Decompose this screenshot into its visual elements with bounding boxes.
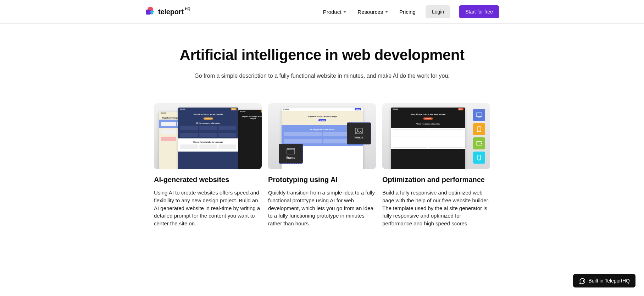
- feature-optimization: MYLOGOStart Magnificent things are very …: [382, 103, 490, 228]
- brand-logo[interactable]: teleport HQ: [145, 6, 191, 17]
- tablet-landscape-icon: [473, 137, 485, 149]
- svg-point-6: [288, 149, 288, 149]
- feature-thumbnail: MYLOGOSign up Magnificent things are ver…: [268, 103, 376, 169]
- chevron-down-icon: [343, 11, 346, 13]
- brand-mark-icon: [145, 6, 156, 17]
- svg-point-7: [289, 149, 289, 149]
- feature-title: Prototyping using AI: [268, 176, 376, 184]
- feature-title: Optimization and performance: [382, 176, 490, 184]
- feature-thumbnail: MYLOGO••• Magnificent things are very si…: [154, 103, 262, 169]
- feature-title: AI-generated websites: [154, 176, 262, 184]
- brand-name: teleport: [158, 8, 184, 16]
- svg-rect-8: [476, 113, 482, 116]
- hero-section: Artificial intelligence in web developme…: [0, 24, 644, 97]
- primary-nav: Product Resources Pricing Login Start fo…: [322, 5, 499, 18]
- feature-body: Quickly transition from a simple idea to…: [268, 189, 376, 228]
- mock-template-right: MYLOGOStart Magnificent things are very …: [238, 110, 262, 169]
- svg-point-15: [479, 159, 479, 159]
- feature-prototyping: MYLOGOSign up Magnificent things are ver…: [268, 103, 376, 228]
- feature-body: Build a fully responsive and optimized w…: [382, 189, 490, 228]
- hero-title: Artificial intelligence in web developme…: [0, 46, 644, 64]
- nav-resources-label: Resources: [357, 9, 383, 15]
- feature-body: Using AI to create websites offers speed…: [154, 189, 262, 228]
- desktop-icon: [473, 109, 485, 121]
- login-button[interactable]: Login: [426, 5, 450, 18]
- start-free-button[interactable]: Start for free: [459, 5, 499, 18]
- nav-pricing-label: Pricing: [399, 9, 416, 15]
- mobile-icon: [473, 152, 485, 164]
- feature-thumbnail: MYLOGOStart Magnificent things are very …: [382, 103, 490, 169]
- mock-iframe-tag: Iframe: [279, 144, 303, 164]
- chevron-down-icon: [385, 11, 388, 13]
- mock-template-center: MYLOGOStart Magnificent things are very …: [178, 108, 238, 169]
- svg-point-3: [357, 129, 358, 130]
- nav-pricing[interactable]: Pricing: [398, 7, 417, 17]
- feature-ai-generated: MYLOGO••• Magnificent things are very si…: [154, 103, 262, 228]
- svg-rect-1: [146, 10, 151, 15]
- svg-point-11: [479, 131, 479, 131]
- nav-product-label: Product: [323, 9, 342, 15]
- hero-subtitle: Go from a simple description to a fully …: [0, 73, 644, 79]
- tablet-portrait-icon: [473, 123, 485, 135]
- brand-suffix: HQ: [185, 7, 190, 11]
- top-navigation: teleport HQ Product Resources Pricing Lo…: [0, 0, 644, 24]
- mock-image-tag: Image: [347, 122, 371, 144]
- features-section: MYLOGO••• Magnificent things are very si…: [0, 97, 644, 249]
- nav-product[interactable]: Product: [322, 7, 348, 17]
- svg-point-13: [481, 143, 482, 144]
- mock-template-dark: MYLOGOStart Magnificent things are very …: [391, 108, 465, 169]
- nav-resources[interactable]: Resources: [356, 7, 389, 17]
